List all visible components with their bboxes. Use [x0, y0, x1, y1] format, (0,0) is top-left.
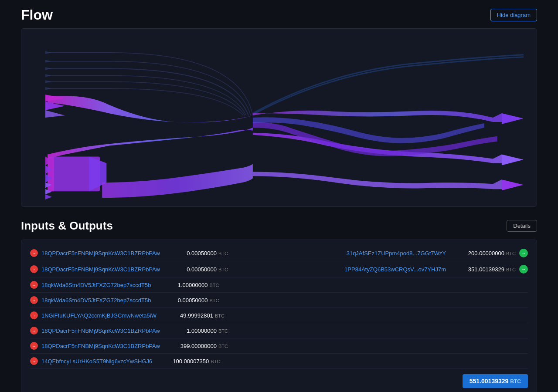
output-arrow-icon [519, 265, 528, 274]
io-container: 18QPDacrF5nFNBMj9SqnKcW3C1BZRPbPAw 0.000… [21, 240, 537, 392]
table-row: 18QPDacrF5nFNBMj9SqnKcW3C1BZRPbPAw 0.000… [30, 245, 528, 261]
details-button[interactable]: Details [507, 220, 537, 232]
table-row: 18QPDacrF5nFNBMj9SqnKcW3C1BZRPbPAw 1.000… [30, 323, 528, 338]
input-amount: 1.00000000BTC [167, 328, 228, 334]
input-address[interactable]: 1NGiFfuKUFLYAQ2ccmKjBJGCmwNweta5iW [41, 312, 157, 319]
output-address[interactable]: 1PP84AtyZQ6B53wCRQsV...ov7YHJ7m [344, 266, 446, 273]
input-arrow-icon [30, 357, 38, 365]
total-row: 551.00139329BTC [30, 374, 528, 388]
input-address[interactable]: 18QPDacrF5nFNBMj9SqnKcW3C1BZRPbPAw [41, 266, 160, 273]
output-amount: 200.00000000BTC [446, 250, 516, 257]
output-address[interactable]: 31qJAfSEz1ZUPpm4pod8...7GGt7WzY [347, 250, 446, 257]
input-amount: 0.00050000BTC [158, 297, 219, 304]
page-title: Flow [21, 7, 53, 23]
input-arrow-icon [30, 265, 38, 273]
table-row: 18QPDacrF5nFNBMj9SqnKcW3C1BZRPbPAw 399.0… [30, 338, 528, 354]
input-amount: 0.00050000BTC [167, 266, 228, 273]
flow-diagram [21, 28, 537, 207]
hide-diagram-button[interactable]: Hide diagram [490, 9, 537, 21]
output-amount: 351.00139329BTC [446, 266, 516, 273]
input-arrow-icon [30, 281, 38, 289]
input-amount: 0.00050000BTC [167, 250, 228, 257]
input-address[interactable]: 18qkWda6Stn4DV5JtFXZG72bep7sccdT5b [41, 297, 151, 304]
input-amount: 1.00000000BTC [158, 282, 219, 288]
input-arrow-icon [30, 296, 38, 304]
input-arrow-icon [30, 311, 38, 319]
table-row: 18qkWda6Stn4DV5JtFXZG72bep7sccdT5b 1.000… [30, 277, 528, 293]
input-address[interactable]: 18qkWda6Stn4DV5JtFXZG72bep7sccdT5b [41, 282, 151, 288]
table-row: 18QPDacrF5nFNBMj9SqnKcW3C1BZRPbPAw 0.000… [30, 261, 528, 277]
io-title: Inputs & Outputs [21, 219, 113, 233]
input-arrow-icon [30, 342, 38, 350]
input-address[interactable]: 14QEbfncyLsUrHKoS5T9Nig6vzcYwSHGJ6 [41, 358, 152, 365]
table-row: 18qkWda6Stn4DV5JtFXZG72bep7sccdT5b 0.000… [30, 293, 528, 308]
input-arrow-icon [30, 327, 38, 335]
table-row: 14QEbfncyLsUrHKoS5T9Nig6vzcYwSHGJ6 100.0… [30, 354, 528, 369]
input-amount: 399.00000000BTC [167, 343, 228, 349]
input-address[interactable]: 18QPDacrF5nFNBMj9SqnKcW3C1BZRPbPAw [41, 328, 160, 334]
output-arrow-icon [519, 249, 528, 257]
input-arrow-icon [30, 249, 38, 257]
input-amount: 100.00007350BTC [159, 358, 220, 365]
input-address[interactable]: 18QPDacrF5nFNBMj9SqnKcW3C1BZRPbPAw [41, 250, 160, 257]
input-amount: 49.99992801BTC [163, 312, 225, 319]
total-badge: 551.00139329BTC [463, 374, 528, 388]
input-address[interactable]: 18QPDacrF5nFNBMj9SqnKcW3C1BZRPbPAw [41, 343, 160, 349]
table-row: 1NGiFfuKUFLYAQ2ccmKjBJGCmwNweta5iW 49.99… [30, 308, 528, 323]
